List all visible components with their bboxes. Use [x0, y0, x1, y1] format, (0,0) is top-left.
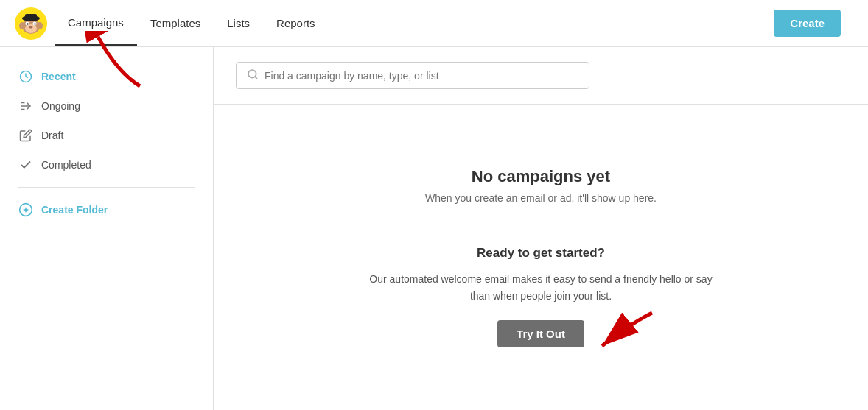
svg-point-6 [34, 23, 35, 24]
sidebar-item-create-folder[interactable]: Create Folder [0, 195, 213, 225]
sidebar-item-completed[interactable]: Completed [0, 150, 213, 180]
nav-item-campaigns[interactable]: Campaigns [55, 0, 137, 46]
nav-item-templates[interactable]: Templates [137, 0, 214, 46]
search-bar[interactable] [236, 62, 589, 89]
try-it-out-button[interactable]: Try It Out [497, 320, 584, 347]
plus-circle-icon [18, 202, 34, 218]
clock-icon [18, 68, 34, 85]
svg-point-2 [25, 24, 37, 33]
main-layout: Recent Ongoing [0, 47, 868, 410]
search-input[interactable] [265, 70, 578, 82]
sidebar-ongoing-label: Ongoing [41, 100, 80, 112]
main-content: No campaigns yet When you create an emai… [214, 47, 868, 410]
svg-point-20 [248, 70, 256, 78]
svg-line-21 [255, 77, 257, 79]
arrows-icon [18, 98, 34, 114]
svg-point-7 [29, 26, 33, 28]
svg-point-11 [37, 22, 43, 29]
empty-state-subtitle: When you create an email or ad, it'll sh… [425, 192, 657, 204]
sidebar-completed-label: Completed [41, 159, 91, 171]
ready-subtitle: Our automated welcome email makes it eas… [364, 271, 718, 304]
create-folder-label: Create Folder [41, 204, 108, 216]
sidebar-item-draft[interactable]: Draft [0, 121, 213, 150]
empty-state: No campaigns yet When you create an emai… [214, 105, 868, 410]
svg-point-10 [19, 22, 25, 29]
create-button[interactable]: Create [774, 10, 841, 37]
mailchimp-logo[interactable] [15, 7, 47, 40]
search-icon [247, 68, 259, 82]
svg-point-5 [27, 23, 28, 24]
nav-item-reports[interactable]: Reports [263, 0, 329, 46]
empty-state-title: No campaigns yet [472, 167, 610, 186]
empty-state-divider [283, 225, 799, 225]
main-nav: Campaigns Templates Lists Reports [55, 0, 329, 46]
ready-title: Ready to get started? [477, 246, 605, 261]
check-icon [18, 157, 34, 173]
sidebar-item-recent[interactable]: Recent [0, 62, 213, 91]
pencil-icon [18, 127, 34, 144]
svg-rect-9 [25, 14, 37, 20]
header: Campaigns Templates Lists Reports Create [0, 0, 868, 47]
nav-item-lists[interactable]: Lists [214, 0, 263, 46]
header-divider [853, 13, 853, 35]
sidebar: Recent Ongoing [0, 47, 214, 410]
sidebar-draft-label: Draft [41, 130, 63, 141]
sidebar-recent-label: Recent [41, 71, 76, 82]
search-wrapper [214, 47, 868, 105]
sidebar-divider [18, 187, 195, 188]
sidebar-item-ongoing[interactable]: Ongoing [0, 91, 213, 121]
